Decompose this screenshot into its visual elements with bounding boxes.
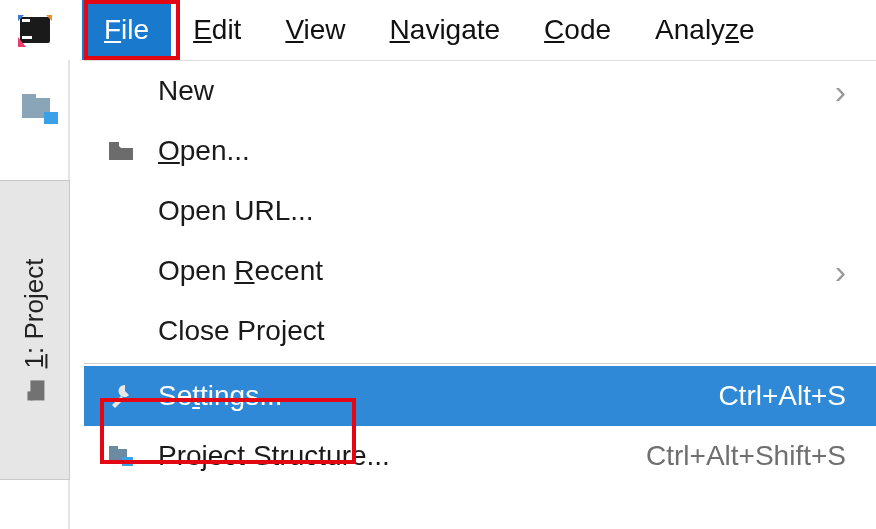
project-view-icon[interactable] (20, 88, 64, 132)
app-icon (18, 13, 52, 47)
project-tool-window-tab[interactable]: 1: Project (0, 180, 70, 480)
menu-item-label: Project Structure... (158, 440, 646, 472)
chevron-right-icon: › (835, 252, 846, 291)
menu-item-openurl[interactable]: Open URL... (84, 181, 876, 241)
menu-separator (84, 363, 876, 364)
menubar: FileEditViewNavigateCodeAnalyze (0, 0, 876, 60)
svg-rect-7 (22, 94, 36, 100)
menu-item-label: Settings... (158, 380, 718, 412)
project-tab-label: 1: Project (19, 258, 50, 368)
svg-rect-1 (22, 19, 30, 22)
menu-navigate[interactable]: Navigate (368, 0, 523, 60)
menu-file[interactable]: File (82, 0, 171, 60)
menu-item-label: Open Recent (158, 255, 835, 287)
menu-item-settings[interactable]: Settings...Ctrl+Alt+S (84, 366, 876, 426)
menu-item-new[interactable]: New› (84, 61, 876, 121)
svg-rect-13 (109, 446, 118, 451)
left-toolbar: 1: Project (0, 60, 84, 529)
menu-item-open[interactable]: Open... (84, 121, 876, 181)
file-menu-dropdown: New›Open...Open URL...Open Recent›Close … (84, 60, 876, 529)
menu-code[interactable]: Code (522, 0, 633, 60)
menu-item-closeproject[interactable]: Close Project (84, 301, 876, 361)
menu-item-label: Open... (158, 135, 846, 167)
menu-edit[interactable]: Edit (171, 0, 263, 60)
folder-icon (23, 378, 47, 402)
svg-rect-10 (27, 391, 32, 400)
menu-analyze[interactable]: Analyze (633, 0, 777, 60)
svg-rect-2 (22, 36, 32, 39)
folder-icon (84, 136, 158, 166)
chevron-right-icon: › (835, 72, 846, 111)
menu-view[interactable]: View (263, 0, 367, 60)
menu-item-projectstructure[interactable]: Project Structure...Ctrl+Alt+Shift+S (84, 426, 876, 486)
menu-item-shortcut: Ctrl+Alt+S (718, 380, 846, 412)
svg-rect-11 (109, 142, 119, 147)
menu-item-shortcut: Ctrl+Alt+Shift+S (646, 440, 846, 472)
menu-item-label: New (158, 75, 835, 107)
menu-item-label: Close Project (158, 315, 846, 347)
svg-rect-14 (122, 457, 133, 466)
svg-rect-8 (44, 112, 58, 124)
menu-item-label: Open URL... (158, 195, 846, 227)
project-icon (84, 441, 158, 471)
wrench-icon (84, 381, 158, 411)
menu-item-openrecent[interactable]: Open Recent› (84, 241, 876, 301)
